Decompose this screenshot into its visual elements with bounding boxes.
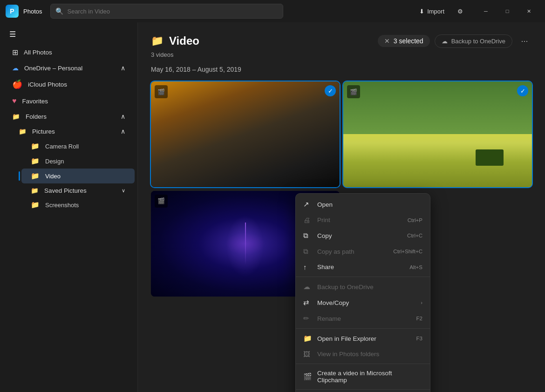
sidebar-item-camera-roll[interactable]: 📁 Camera Roll [21,139,135,154]
ctx-print-label: Print [317,216,402,223]
sidebar-item-icloud[interactable]: 🍎 iCloud Photos [3,75,135,93]
ctx-move-arrow-icon: › [421,300,422,305]
main-header: 📁 Video ✕ 3 selected ☁ Backup to OneDriv… [151,34,532,48]
onedrive-icon: ☁ [12,64,19,72]
selected-check-1: ✓ [325,85,336,96]
ctx-copy-path-shortcut: Ctrl+Shift+C [393,249,422,254]
ctx-rename-label: Rename [317,315,411,322]
video-type-icon-3: 🎬 [155,195,168,208]
video-grid: 🎬 ✓ 🎬 ✓ [151,81,532,297]
sidebar-item-saved-pictures[interactable]: 📁 Saved Pictures ∨ [21,183,135,197]
ctx-rename: ✏ Rename F2 [296,311,430,326]
import-button[interactable]: ⬇ Import [415,6,449,17]
ctx-copy-icon: ⧉ [303,231,312,240]
backup-button[interactable]: ☁ Backup to OneDrive [435,34,512,48]
ctx-backup-icon: ☁ [303,283,312,291]
ctx-share-shortcut: Alt+S [409,264,422,270]
ctx-copy-path-label: Copy as path [317,248,388,255]
search-input[interactable] [67,8,278,15]
ctx-open-label: Open [317,201,417,208]
ctx-backup-label: Backup to OneDrive [317,284,422,291]
design-icon: 📁 [31,157,40,165]
video-thumbnail-field[interactable]: 🎬 ✓ [343,81,532,187]
all-photos-icon: ⊞ [12,48,18,57]
ctx-print-icon: 🖨 [303,216,312,224]
folders-chevron-icon: ∧ [121,113,125,120]
sidebar-item-all-photos[interactable]: ⊞ All Photos [3,44,135,61]
video-folder-icon: 📁 [31,172,40,180]
sidebar-sub-pictures: 📁 Pictures ∧ 📁 Camera Roll 📁 Design 📁 Vi… [0,124,137,212]
onedrive-chevron-icon: ∧ [121,64,125,72]
maximize-button[interactable]: □ [497,4,518,19]
date-range: May 16, 2018 – August 5, 2019 [151,66,532,73]
minimize-button[interactable]: ─ [475,4,497,19]
hamburger-icon: ☰ [9,30,16,38]
sidebar-item-design[interactable]: 📁 Design [21,154,135,169]
ctx-view-photos: 🖼 View in Photos folders [296,346,430,362]
ctx-divider-2 [296,328,430,329]
title-bar: P Photos 🔍 ⬇ Import ⚙ ─ □ ✕ [0,0,545,22]
backup-icon: ☁ [442,38,448,45]
main-layout: ☰ ⊞ All Photos ☁ OneDrive – Personal ∧ 🍎… [0,22,545,392]
ctx-divider-1 [296,277,430,277]
ctx-move-icon: ⇄ [303,298,312,307]
search-bar[interactable]: 🔍 [50,4,283,19]
pictures-folder-icon: 📁 [19,128,27,135]
ctx-print: 🖨 Print Ctrl+P [296,212,430,228]
video-count: 3 videos [151,51,532,58]
search-icon: 🔍 [55,7,63,15]
screenshots-icon: 📁 [31,201,40,209]
header-right: ✕ 3 selected ☁ Backup to OneDrive ··· [378,34,532,48]
video-thumbnail-rocky-coast[interactable]: 🎬 ✓ [151,81,340,187]
thumbnail-image-field: 🎬 ✓ [343,81,532,187]
ctx-share-icon: ↑ [303,263,312,271]
saved-pictures-icon: 📁 [31,187,39,194]
ctx-open-explorer[interactable]: 📁 Open in File Explorer F3 [296,331,430,346]
sidebar: ☰ ⊞ All Photos ☁ OneDrive – Personal ∧ 🍎… [0,22,138,392]
sidebar-item-favorites[interactable]: ♥ Favorites [3,93,135,109]
ctx-copy-label: Copy [317,232,402,239]
saved-pictures-chevron-icon: ∨ [122,188,125,194]
title-row: 📁 Video [151,34,199,47]
settings-icon: ⚙ [457,8,463,15]
ctx-copy[interactable]: ⧉ Copy Ctrl+C [296,228,430,243]
ctx-create-video[interactable]: 🎬 Create a video in Microsoft Clipchamp [296,366,430,387]
ctx-backup: ☁ Backup to OneDrive [296,279,430,295]
settings-button[interactable]: ⚙ [453,6,468,17]
ctx-view-label: View in Photos folders [317,351,422,358]
thumbnail-image-rocky: 🎬 ✓ [151,81,340,187]
ctx-rename-shortcut: F2 [416,316,422,321]
sidebar-folders-header[interactable]: 📁 Folders ∧ [3,109,135,124]
selected-count: 3 selected [394,37,423,45]
ctx-view-icon: 🖼 [303,350,312,358]
selected-check-2: ✓ [517,85,528,96]
ctx-divider-3 [296,364,430,364]
app-logo: P [6,5,19,18]
hamburger-button[interactable]: ☰ [0,26,137,44]
ctx-explorer-shortcut: F3 [416,336,422,341]
import-icon: ⬇ [419,8,424,15]
ctx-copy-path: ⧉ Copy as path Ctrl+Shift+C [296,243,430,259]
page-title: Video [169,34,199,47]
icloud-icon: 🍎 [12,79,22,89]
sidebar-item-pictures[interactable]: 📁 Pictures ∧ [12,124,135,139]
more-options-button[interactable]: ··· [517,34,532,48]
sidebar-item-onedrive[interactable]: ☁ OneDrive – Personal ∧ [3,61,135,75]
deselect-button[interactable]: ✕ [384,37,390,45]
sidebar-sub-pictures-children: 📁 Camera Roll 📁 Design 📁 Video 📁 Saved P… [9,139,137,212]
ctx-explorer-icon: 📁 [303,334,312,343]
pictures-chevron-icon: ∧ [121,128,125,135]
ctx-explorer-label: Open in File Explorer [317,335,411,342]
sidebar-item-video[interactable]: 📁 Video [21,169,135,183]
close-button[interactable]: ✕ [518,4,539,19]
ctx-move-label: Move/Copy [317,299,415,306]
ctx-clipchamp-label: Create a video in Microsoft Clipchamp [317,370,422,384]
title-bar-right: ⬇ Import ⚙ ─ □ ✕ [415,4,539,19]
ctx-share[interactable]: ↑ Share Alt+S [296,259,430,275]
ctx-print-shortcut: Ctrl+P [408,217,422,223]
ctx-divider-4 [296,389,430,390]
ctx-move-copy[interactable]: ⇄ Move/Copy › [296,295,430,311]
context-menu: ↗ Open 🖨 Print Ctrl+P ⧉ Copy Ctrl+C ⧉ Co… [295,193,430,392]
sidebar-item-screenshots[interactable]: 📁 Screenshots [21,197,135,212]
ctx-open[interactable]: ↗ Open [296,196,430,212]
